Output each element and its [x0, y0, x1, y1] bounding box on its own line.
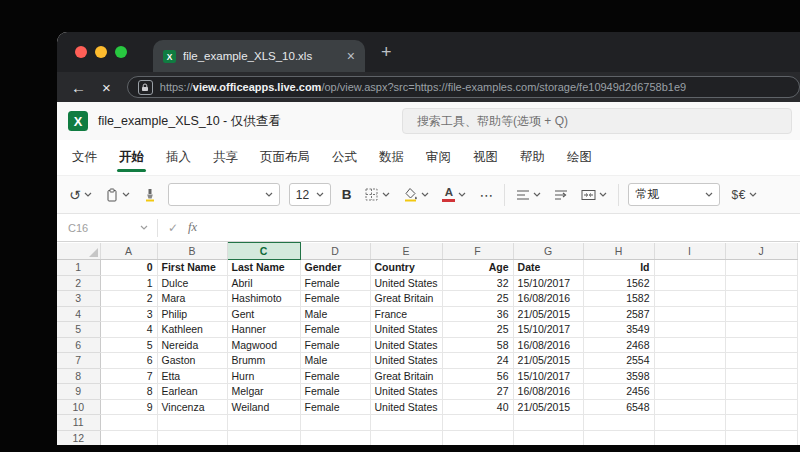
cell-G7[interactable]: 21/05/2015: [513, 353, 583, 369]
column-header-D[interactable]: D: [300, 243, 370, 260]
cell-C6[interactable]: Magwood: [227, 337, 300, 353]
row-header-7[interactable]: 7: [57, 353, 100, 369]
cell-D5[interactable]: Female: [300, 322, 370, 338]
cell-B1[interactable]: First Name: [157, 260, 227, 276]
cell-F12[interactable]: [442, 430, 513, 445]
cell-B9[interactable]: Earlean: [157, 384, 227, 400]
cell-E11[interactable]: [370, 415, 442, 431]
font-color-button[interactable]: A: [440, 182, 468, 208]
cell-J2[interactable]: [725, 275, 797, 291]
cell-J3[interactable]: [725, 291, 797, 307]
menu-tab-view[interactable]: 视图: [462, 140, 509, 175]
cell-A4[interactable]: 3: [100, 306, 157, 322]
wrap-text-button[interactable]: [552, 182, 570, 208]
cell-D9[interactable]: Female: [300, 384, 370, 400]
cell-J10[interactable]: [725, 399, 797, 415]
cell-J12[interactable]: [725, 430, 797, 445]
cell-I9[interactable]: [654, 384, 725, 400]
cell-A9[interactable]: 8: [100, 384, 157, 400]
cell-G8[interactable]: 15/10/2017: [513, 368, 583, 384]
cell-A12[interactable]: [100, 430, 157, 445]
cell-C2[interactable]: Abril: [227, 275, 300, 291]
window-zoom-button[interactable]: [115, 46, 127, 58]
cell-B6[interactable]: Nereida: [157, 337, 227, 353]
cell-D6[interactable]: Female: [300, 337, 370, 353]
cell-A1[interactable]: 0: [100, 260, 157, 276]
window-close-button[interactable]: [75, 46, 87, 58]
cell-H8[interactable]: 3598: [583, 368, 654, 384]
cell-E9[interactable]: United States: [370, 384, 442, 400]
cell-D11[interactable]: [300, 415, 370, 431]
cell-E4[interactable]: France: [370, 306, 442, 322]
cell-B2[interactable]: Dulce: [157, 275, 227, 291]
cell-B8[interactable]: Etta: [157, 368, 227, 384]
cell-A2[interactable]: 1: [100, 275, 157, 291]
cell-A10[interactable]: 9: [100, 399, 157, 415]
cell-F5[interactable]: 25: [442, 322, 513, 338]
select-all-corner[interactable]: [57, 243, 100, 260]
cell-J5[interactable]: [725, 322, 797, 338]
cell-F9[interactable]: 27: [442, 384, 513, 400]
column-header-G[interactable]: G: [513, 243, 583, 260]
cell-J11[interactable]: [725, 415, 797, 431]
cell-I10[interactable]: [654, 399, 725, 415]
merge-cells-button[interactable]: [579, 182, 609, 208]
row-header-8[interactable]: 8: [57, 368, 100, 384]
cell-G5[interactable]: 15/10/2017: [513, 322, 583, 338]
cell-G12[interactable]: [513, 430, 583, 445]
cell-A6[interactable]: 5: [100, 337, 157, 353]
cell-G11[interactable]: [513, 415, 583, 431]
cell-D10[interactable]: Female: [300, 399, 370, 415]
cell-B12[interactable]: [157, 430, 227, 445]
currency-format-button[interactable]: $€: [729, 182, 758, 208]
cell-A3[interactable]: 2: [100, 291, 157, 307]
cell-J8[interactable]: [725, 368, 797, 384]
cell-F7[interactable]: 24: [442, 353, 513, 369]
menu-tab-help[interactable]: 帮助: [509, 140, 556, 175]
cell-G3[interactable]: 16/08/2016: [513, 291, 583, 307]
borders-button[interactable]: [362, 182, 392, 208]
cell-A11[interactable]: [100, 415, 157, 431]
cell-D3[interactable]: Female: [300, 291, 370, 307]
cell-E6[interactable]: United States: [370, 337, 442, 353]
column-header-F[interactable]: F: [442, 243, 513, 260]
cell-J7[interactable]: [725, 353, 797, 369]
undo-button[interactable]: ↺: [67, 182, 94, 208]
row-header-11[interactable]: 11: [57, 415, 100, 431]
cell-H11[interactable]: [583, 415, 654, 431]
cell-D8[interactable]: Female: [300, 368, 370, 384]
row-header-1[interactable]: 1: [57, 260, 100, 276]
cell-B3[interactable]: Mara: [157, 291, 227, 307]
back-button[interactable]: ←: [71, 80, 86, 95]
cell-I11[interactable]: [654, 415, 725, 431]
cell-H12[interactable]: [583, 430, 654, 445]
column-header-I[interactable]: I: [654, 243, 725, 260]
paste-button[interactable]: [103, 182, 132, 208]
cell-J1[interactable]: [725, 260, 797, 276]
cell-C1[interactable]: Last Name: [227, 260, 300, 276]
search-input[interactable]: 搜索工具、帮助等(选项 + Q): [402, 108, 792, 134]
menu-tab-share[interactable]: 共享: [202, 140, 249, 175]
cell-J9[interactable]: [725, 384, 797, 400]
row-header-6[interactable]: 6: [57, 337, 100, 353]
cell-D7[interactable]: Male: [300, 353, 370, 369]
column-header-B[interactable]: B: [157, 243, 227, 260]
cell-I4[interactable]: [654, 306, 725, 322]
menu-tab-review[interactable]: 审阅: [415, 140, 462, 175]
font-size-select[interactable]: 12: [289, 183, 331, 206]
cell-H9[interactable]: 2456: [583, 384, 654, 400]
cell-F10[interactable]: 40: [442, 399, 513, 415]
cell-G9[interactable]: 16/08/2016: [513, 384, 583, 400]
address-bar[interactable]: https://view.officeapps.live.com/op/view…: [127, 76, 800, 98]
align-button[interactable]: [514, 182, 543, 208]
cell-F3[interactable]: 25: [442, 291, 513, 307]
format-painter-button[interactable]: [141, 182, 159, 208]
cell-B11[interactable]: [157, 415, 227, 431]
cell-D4[interactable]: Male: [300, 306, 370, 322]
cell-A5[interactable]: 4: [100, 322, 157, 338]
cell-G1[interactable]: Date: [513, 260, 583, 276]
cell-I1[interactable]: [654, 260, 725, 276]
tab-close-icon[interactable]: ×: [347, 49, 355, 63]
cell-F8[interactable]: 56: [442, 368, 513, 384]
cell-G6[interactable]: 16/08/2016: [513, 337, 583, 353]
